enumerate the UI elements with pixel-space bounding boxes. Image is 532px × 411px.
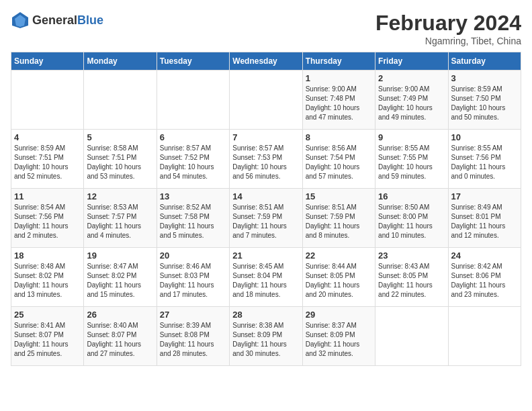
- day-info: Sunrise: 8:48 AM Sunset: 8:02 PM Dayligh…: [14, 262, 81, 300]
- day-info: Sunrise: 8:42 AM Sunset: 8:06 PM Dayligh…: [451, 262, 518, 300]
- calendar-cell: 11Sunrise: 8:54 AM Sunset: 7:56 PM Dayli…: [11, 189, 84, 248]
- day-number: 24: [451, 250, 518, 261]
- day-info: Sunrise: 8:40 AM Sunset: 8:07 PM Dayligh…: [87, 321, 153, 359]
- calendar-cell: 17Sunrise: 8:49 AM Sunset: 8:01 PM Dayli…: [448, 189, 521, 248]
- calendar-cell: 24Sunrise: 8:42 AM Sunset: 8:06 PM Dayli…: [448, 248, 521, 307]
- calendar-week-row: 1Sunrise: 9:00 AM Sunset: 7:48 PM Daylig…: [11, 71, 521, 130]
- day-number: 15: [306, 191, 372, 201]
- day-number: 12: [87, 191, 153, 201]
- day-number: 20: [160, 250, 226, 261]
- logo-text-general: General: [32, 13, 77, 27]
- calendar-cell: 8Sunrise: 8:56 AM Sunset: 7:54 PM Daylig…: [302, 130, 375, 189]
- day-info: Sunrise: 8:39 AM Sunset: 8:08 PM Dayligh…: [160, 321, 226, 359]
- calendar-cell: 21Sunrise: 8:45 AM Sunset: 8:04 PM Dayli…: [230, 248, 302, 307]
- day-number: 21: [232, 250, 299, 261]
- day-number: 26: [87, 310, 153, 320]
- weekday-header-sunday: Sunday: [11, 52, 84, 71]
- day-info: Sunrise: 8:56 AM Sunset: 7:54 PM Dayligh…: [306, 144, 372, 181]
- day-number: 29: [306, 310, 372, 320]
- day-number: 25: [14, 310, 81, 320]
- day-info: Sunrise: 8:45 AM Sunset: 8:04 PM Dayligh…: [232, 262, 299, 300]
- calendar-cell: 5Sunrise: 8:58 AM Sunset: 7:51 PM Daylig…: [84, 130, 157, 189]
- day-info: Sunrise: 8:58 AM Sunset: 7:51 PM Dayligh…: [87, 144, 153, 181]
- day-number: 13: [160, 191, 226, 201]
- calendar-cell: 1Sunrise: 9:00 AM Sunset: 7:48 PM Daylig…: [302, 71, 375, 130]
- day-info: Sunrise: 8:47 AM Sunset: 8:02 PM Dayligh…: [87, 262, 153, 300]
- calendar-cell: [157, 71, 229, 130]
- day-info: Sunrise: 8:37 AM Sunset: 8:09 PM Dayligh…: [306, 321, 372, 359]
- logo-icon: [11, 11, 30, 30]
- day-number: 2: [378, 73, 445, 83]
- calendar-cell: 14Sunrise: 8:51 AM Sunset: 7:59 PM Dayli…: [230, 189, 302, 248]
- weekday-header-row: SundayMondayTuesdayWednesdayThursdayFrid…: [11, 52, 521, 71]
- day-number: 1: [306, 73, 372, 83]
- day-number: 28: [232, 310, 299, 320]
- day-info: Sunrise: 8:59 AM Sunset: 7:50 PM Dayligh…: [451, 85, 518, 122]
- calendar-cell: [375, 307, 448, 366]
- day-info: Sunrise: 9:00 AM Sunset: 7:48 PM Dayligh…: [306, 85, 372, 122]
- day-number: 4: [14, 132, 81, 142]
- day-number: 14: [232, 191, 299, 201]
- calendar-cell: 27Sunrise: 8:39 AM Sunset: 8:08 PM Dayli…: [157, 307, 229, 366]
- title-block: February 2024 Ngamring, Tibet, China: [375, 11, 521, 46]
- calendar-cell: 2Sunrise: 9:00 AM Sunset: 7:49 PM Daylig…: [375, 71, 448, 130]
- calendar-cell: 25Sunrise: 8:41 AM Sunset: 8:07 PM Dayli…: [11, 307, 84, 366]
- day-info: Sunrise: 8:52 AM Sunset: 7:58 PM Dayligh…: [160, 203, 226, 240]
- calendar-cell: 10Sunrise: 8:55 AM Sunset: 7:56 PM Dayli…: [448, 130, 521, 189]
- day-number: 9: [378, 132, 445, 142]
- day-info: Sunrise: 8:51 AM Sunset: 7:59 PM Dayligh…: [306, 203, 372, 240]
- day-number: 7: [232, 132, 299, 142]
- calendar-cell: 22Sunrise: 8:44 AM Sunset: 8:05 PM Dayli…: [302, 248, 375, 307]
- day-number: 8: [306, 132, 372, 142]
- logo-text-blue: Blue: [77, 13, 103, 27]
- day-number: 19: [87, 250, 153, 261]
- calendar-cell: 19Sunrise: 8:47 AM Sunset: 8:02 PM Dayli…: [84, 248, 157, 307]
- calendar-cell: [448, 307, 521, 366]
- calendar-table: SundayMondayTuesdayWednesdayThursdayFrid…: [11, 52, 521, 366]
- calendar-cell: [84, 71, 157, 130]
- calendar-cell: 28Sunrise: 8:38 AM Sunset: 8:09 PM Dayli…: [230, 307, 302, 366]
- calendar-week-row: 4Sunrise: 8:59 AM Sunset: 7:51 PM Daylig…: [11, 130, 521, 189]
- weekday-header-friday: Friday: [375, 52, 448, 71]
- day-number: 3: [451, 73, 518, 83]
- calendar-week-row: 25Sunrise: 8:41 AM Sunset: 8:07 PM Dayli…: [11, 307, 521, 366]
- weekday-header-wednesday: Wednesday: [230, 52, 302, 71]
- day-info: Sunrise: 8:59 AM Sunset: 7:51 PM Dayligh…: [14, 144, 81, 181]
- page-header: GeneralBlue February 2024 Ngamring, Tibe…: [11, 11, 521, 46]
- day-info: Sunrise: 8:49 AM Sunset: 8:01 PM Dayligh…: [451, 203, 518, 240]
- calendar-cell: 29Sunrise: 8:37 AM Sunset: 8:09 PM Dayli…: [302, 307, 375, 366]
- calendar-cell: 4Sunrise: 8:59 AM Sunset: 7:51 PM Daylig…: [11, 130, 84, 189]
- day-info: Sunrise: 8:51 AM Sunset: 7:59 PM Dayligh…: [232, 203, 299, 240]
- month-title: February 2024: [375, 11, 521, 36]
- calendar-cell: [11, 71, 84, 130]
- day-info: Sunrise: 8:55 AM Sunset: 7:56 PM Dayligh…: [451, 144, 518, 181]
- day-number: 6: [160, 132, 226, 142]
- calendar-cell: 12Sunrise: 8:53 AM Sunset: 7:57 PM Dayli…: [84, 189, 157, 248]
- day-number: 10: [451, 132, 518, 142]
- weekday-header-saturday: Saturday: [448, 52, 521, 71]
- day-number: 22: [306, 250, 372, 261]
- calendar-cell: 20Sunrise: 8:46 AM Sunset: 8:03 PM Dayli…: [157, 248, 229, 307]
- day-info: Sunrise: 8:43 AM Sunset: 8:05 PM Dayligh…: [378, 262, 445, 300]
- calendar-cell: 6Sunrise: 8:57 AM Sunset: 7:52 PM Daylig…: [157, 130, 229, 189]
- day-info: Sunrise: 8:46 AM Sunset: 8:03 PM Dayligh…: [160, 262, 226, 300]
- calendar-week-row: 11Sunrise: 8:54 AM Sunset: 7:56 PM Dayli…: [11, 189, 521, 248]
- day-info: Sunrise: 9:00 AM Sunset: 7:49 PM Dayligh…: [378, 85, 445, 122]
- weekday-header-thursday: Thursday: [302, 52, 375, 71]
- day-number: 17: [451, 191, 518, 201]
- weekday-header-tuesday: Tuesday: [157, 52, 229, 71]
- day-number: 23: [378, 250, 445, 261]
- day-info: Sunrise: 8:54 AM Sunset: 7:56 PM Dayligh…: [14, 203, 81, 240]
- day-info: Sunrise: 8:53 AM Sunset: 7:57 PM Dayligh…: [87, 203, 153, 240]
- calendar-cell: 23Sunrise: 8:43 AM Sunset: 8:05 PM Dayli…: [375, 248, 448, 307]
- day-number: 16: [378, 191, 445, 201]
- calendar-cell: 3Sunrise: 8:59 AM Sunset: 7:50 PM Daylig…: [448, 71, 521, 130]
- calendar-cell: 13Sunrise: 8:52 AM Sunset: 7:58 PM Dayli…: [157, 189, 229, 248]
- calendar-cell: 7Sunrise: 8:57 AM Sunset: 7:53 PM Daylig…: [230, 130, 302, 189]
- calendar-cell: 26Sunrise: 8:40 AM Sunset: 8:07 PM Dayli…: [84, 307, 157, 366]
- calendar-cell: [230, 71, 302, 130]
- day-number: 11: [14, 191, 81, 201]
- calendar-week-row: 18Sunrise: 8:48 AM Sunset: 8:02 PM Dayli…: [11, 248, 521, 307]
- location-title: Ngamring, Tibet, China: [375, 36, 521, 46]
- day-info: Sunrise: 8:57 AM Sunset: 7:52 PM Dayligh…: [160, 144, 226, 181]
